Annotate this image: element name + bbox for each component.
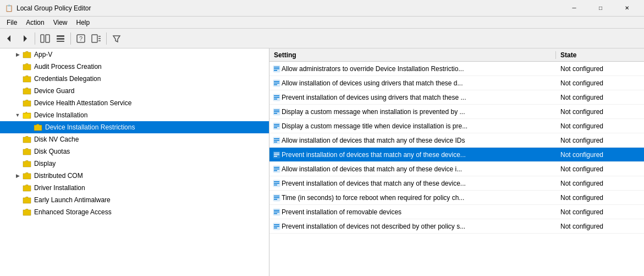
tree-item-display[interactable]: Display	[0, 158, 269, 170]
svg-rect-23	[274, 95, 279, 96]
maximize-button[interactable]: □	[588, 0, 613, 17]
svg-rect-24	[274, 97, 279, 98]
svg-rect-21	[274, 84, 277, 85]
folder-icon	[22, 160, 32, 167]
setting-row-row1[interactable]: Allow administrators to override Device …	[269, 62, 644, 76]
menu-help[interactable]: Help	[72, 18, 95, 28]
setting-name-label: Prevent installation of removable device…	[282, 208, 556, 216]
svg-rect-4	[57, 35, 64, 37]
svg-rect-32	[274, 126, 279, 127]
tree-item-driver-installation[interactable]: Driver Installation	[0, 182, 269, 194]
forward-button[interactable]	[18, 31, 32, 46]
tree-item-audit-process[interactable]: Audit Process Creation	[0, 61, 269, 73]
tree-item-app-v[interactable]: ▶App-V	[0, 48, 269, 61]
setting-row-row4[interactable]: Display a custom message when installati…	[269, 105, 644, 119]
menu-action[interactable]: Action	[21, 18, 48, 28]
folder-icon	[22, 75, 32, 83]
tree-item-disk-quotas[interactable]: Disk Quotas	[0, 145, 269, 158]
setting-row-row9[interactable]: Prevent installation of devices that mat…	[269, 176, 644, 191]
setting-state-label: Not configured	[556, 194, 644, 202]
svg-rect-40	[274, 154, 279, 155]
svg-rect-61	[274, 228, 277, 229]
setting-state-label: Not configured	[556, 223, 644, 230]
main-content: ▶App-VAudit Process CreationCredentials …	[0, 48, 644, 276]
setting-policy-icon	[269, 194, 282, 202]
svg-rect-28	[274, 111, 279, 112]
tree-item-distributed-com[interactable]: ▶Distributed COM	[0, 170, 269, 182]
setting-row-row5[interactable]: Display a custom message title when devi…	[269, 119, 644, 133]
setting-name-label: Prevent installation of devices that mat…	[282, 180, 556, 187]
svg-rect-6	[57, 41, 64, 42]
menu-view[interactable]: View	[49, 18, 72, 28]
setting-row-row6[interactable]: Allow installation of devices that match…	[269, 133, 644, 148]
svg-rect-51	[274, 196, 279, 197]
back-button[interactable]	[2, 31, 16, 46]
svg-rect-53	[274, 199, 277, 200]
filter-button[interactable]	[109, 31, 124, 46]
svg-rect-45	[274, 170, 277, 171]
svg-rect-19	[274, 81, 279, 82]
tree-label: App-V	[34, 51, 52, 58]
menu-bar: File Action View Help	[0, 17, 644, 29]
setting-state-label: Not configured	[556, 165, 644, 173]
help-button[interactable]: ?	[74, 31, 88, 46]
header-state: State	[556, 51, 644, 59]
folder-icon	[22, 196, 32, 204]
setting-state-label: Not configured	[556, 151, 644, 159]
svg-rect-36	[274, 140, 279, 141]
setting-name-label: Allow installation of devices that match…	[282, 165, 556, 173]
svg-rect-25	[274, 99, 277, 100]
setting-policy-icon	[269, 208, 282, 216]
setting-policy-icon	[269, 151, 282, 159]
svg-rect-57	[274, 213, 277, 214]
svg-rect-20	[274, 83, 279, 84]
setting-row-row2[interactable]: Allow installation of devices using driv…	[269, 76, 644, 90]
tree-item-early-launch[interactable]: Early Launch Antimalware	[0, 194, 269, 206]
svg-rect-3	[46, 35, 49, 42]
setting-name-label: Display a custom message when installati…	[282, 108, 556, 116]
setting-row-row12[interactable]: Prevent installation of devices not desc…	[269, 219, 644, 234]
minimize-button[interactable]: ─	[562, 0, 587, 17]
folder-icon	[22, 148, 32, 155]
close-button[interactable]: ✕	[614, 0, 640, 17]
tree-arrow: ▶	[13, 173, 22, 178]
svg-rect-43	[274, 167, 279, 168]
menu-file[interactable]: File	[2, 18, 21, 28]
setting-row-row11[interactable]: Prevent installation of removable device…	[269, 205, 644, 219]
setting-row-row3[interactable]: Prevent installation of devices using dr…	[269, 90, 644, 105]
svg-rect-52	[274, 197, 279, 198]
extended-view-button[interactable]	[89, 31, 103, 46]
svg-rect-15	[274, 67, 279, 68]
setting-row-row8[interactable]: Allow installation of devices that match…	[269, 162, 644, 176]
tree-item-device-guard[interactable]: Device Guard	[0, 85, 269, 97]
setting-policy-icon	[269, 79, 282, 87]
title-bar: 📋 Local Group Policy Editor ─ □ ✕	[0, 0, 644, 17]
tree-label: Device Health Attestation Service	[34, 99, 131, 107]
svg-rect-9	[92, 35, 97, 42]
list-view-button[interactable]	[53, 31, 68, 46]
setting-row-row7[interactable]: Prevent installation of devices that mat…	[269, 148, 644, 162]
svg-rect-44	[274, 169, 279, 170]
setting-row-row10[interactable]: Time (in seconds) to force reboot when r…	[269, 191, 644, 205]
svg-marker-0	[7, 35, 10, 42]
svg-rect-60	[274, 226, 279, 227]
setting-name-label: Prevent installation of devices that mat…	[282, 151, 556, 159]
tree-item-device-installation[interactable]: ▼Device Installation	[0, 109, 269, 121]
tree-item-device-installation-restrictions[interactable]: Device Installation Restrictions	[0, 121, 269, 133]
svg-rect-55	[274, 210, 279, 211]
setting-policy-icon	[269, 137, 282, 144]
settings-list: Allow administrators to override Device …	[269, 62, 644, 276]
tree-item-enhanced-storage[interactable]: Enhanced Storage Access	[0, 206, 269, 218]
tree-label: Disk Quotas	[34, 148, 70, 155]
show-hide-button[interactable]	[38, 31, 52, 46]
tree-item-credentials-delegation[interactable]: Credentials Delegation	[0, 73, 269, 85]
folder-icon	[22, 208, 32, 216]
svg-rect-2	[41, 35, 44, 42]
tree-label: Early Launch Antimalware	[34, 196, 111, 204]
tree-label: Display	[34, 160, 56, 167]
folder-icon	[22, 99, 32, 107]
folder-icon	[22, 184, 32, 192]
tree-item-device-health[interactable]: Device Health Attestation Service	[0, 97, 269, 109]
svg-marker-1	[24, 35, 27, 42]
tree-item-disk-nv-cache[interactable]: Disk NV Cache	[0, 133, 269, 145]
